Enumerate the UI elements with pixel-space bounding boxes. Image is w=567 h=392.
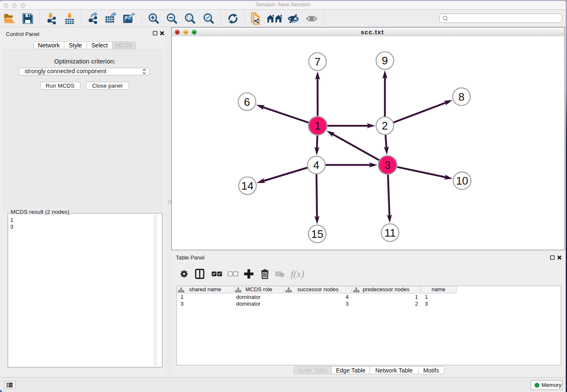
svg-text:6: 6 <box>244 96 250 108</box>
svg-text:8: 8 <box>458 91 464 103</box>
svg-text:10: 10 <box>456 174 468 187</box>
svg-text:15: 15 <box>311 228 323 240</box>
svg-text:9: 9 <box>382 54 388 67</box>
svg-text:1: 1 <box>315 119 321 132</box>
svg-text:11: 11 <box>384 226 396 239</box>
svg-text:f(x): f(x) <box>291 269 304 279</box>
svg-text:7: 7 <box>314 55 320 68</box>
svg-text:14: 14 <box>241 179 253 192</box>
svg-text:4: 4 <box>313 159 319 171</box>
svg-text:2: 2 <box>382 119 388 132</box>
svg-text:3: 3 <box>385 159 391 171</box>
